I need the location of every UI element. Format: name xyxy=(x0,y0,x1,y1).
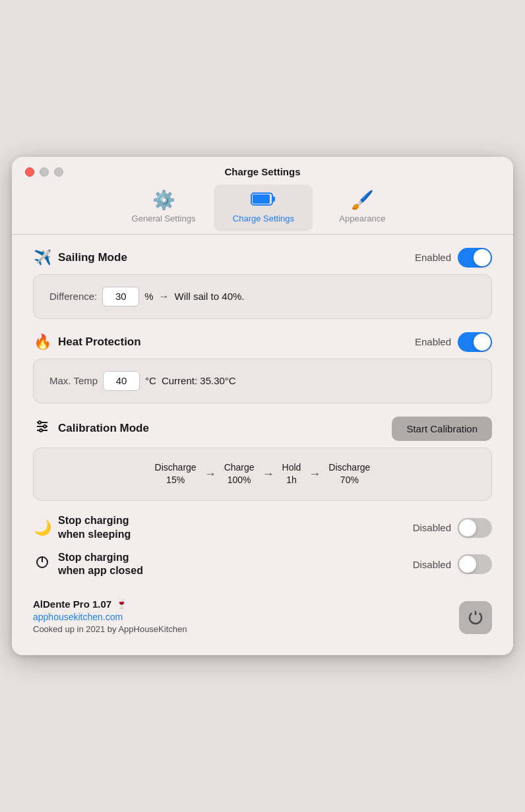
stop-app-closed-title: Stop chargingwhen app closed xyxy=(58,551,143,579)
stop-app-closed-toggle[interactable] xyxy=(458,554,492,574)
stop-sleeping-row: 🌙 Stop chargingwhen sleeping Disabled xyxy=(33,514,492,542)
sailing-mode-row: ✈️ Sailing Mode Enabled xyxy=(33,248,492,268)
svg-rect-1 xyxy=(272,196,275,202)
sailing-mode-status: Enabled xyxy=(415,252,451,263)
battery-icon xyxy=(251,191,276,210)
stop-app-closed-left: Stop chargingwhen app closed xyxy=(33,551,143,579)
start-calibration-button[interactable]: Start Calibration xyxy=(392,417,492,441)
tab-appearance-label: Appearance xyxy=(339,214,385,223)
heat-protection-left: 🔥 Heat Protection xyxy=(33,334,141,351)
svg-point-6 xyxy=(38,421,41,424)
will-sail-text: Will sail to 40%. xyxy=(175,291,245,302)
cal-step-discharge-70-text: Discharge70% xyxy=(328,461,370,487)
flame-icon: 🔥 xyxy=(33,334,51,351)
power-off-icon xyxy=(33,555,51,573)
tab-bar: ⚙️ General Settings Charge Settings 🖌️ A… xyxy=(12,185,513,231)
cal-step-discharge-15: Discharge15% xyxy=(155,461,197,487)
sailing-mode-toggle-knob xyxy=(474,249,491,266)
cal-arrow-3: → xyxy=(309,467,321,481)
stop-app-closed-toggle-knob xyxy=(459,556,476,573)
traffic-lights xyxy=(25,167,63,177)
difference-unit: % xyxy=(144,291,153,302)
close-button[interactable] xyxy=(25,167,34,177)
cal-step-charge-100: Charge100% xyxy=(224,461,255,487)
stop-sleeping-status: Disabled xyxy=(413,522,451,533)
max-temp-input[interactable] xyxy=(103,371,140,391)
tab-general-settings[interactable]: ⚙️ General Settings xyxy=(113,185,214,231)
stop-sleeping-title: Stop chargingwhen sleeping xyxy=(58,514,131,542)
footer-left: AlDente Pro 1.07 🍷 apphousekitchen.com C… xyxy=(33,598,187,634)
cal-step-hold-1h: Hold1h xyxy=(282,461,301,487)
svg-point-7 xyxy=(44,425,46,428)
stop-sleeping-right: Disabled xyxy=(413,518,492,538)
sliders-icon xyxy=(33,419,51,438)
heat-protection-row: 🔥 Heat Protection Enabled xyxy=(33,332,492,352)
maximize-button[interactable] xyxy=(54,167,63,177)
tab-appearance[interactable]: 🖌️ Appearance xyxy=(313,185,412,231)
calibration-mode-title: Calibration Mode xyxy=(58,422,149,435)
stop-app-closed-status: Disabled xyxy=(413,559,451,570)
calibration-mode-row: Calibration Mode Start Calibration xyxy=(33,417,492,441)
cal-step-charge-100-text: Charge100% xyxy=(224,461,255,487)
main-window: Charge Settings ⚙️ General Settings Char… xyxy=(12,157,513,655)
heat-protection-info-box: Max. Temp °C Current: 35.30°C xyxy=(33,359,492,403)
stop-sleeping-left: 🌙 Stop chargingwhen sleeping xyxy=(33,514,131,542)
sailing-icon: ✈️ xyxy=(33,249,51,266)
app-name: AlDente Pro 1.07 🍷 xyxy=(33,598,187,610)
sailing-mode-info-box: Difference: % → Will sail to 40%. xyxy=(33,274,492,319)
heat-protection-toggle[interactable] xyxy=(458,332,492,352)
difference-label: Difference: xyxy=(49,291,97,302)
power-button[interactable] xyxy=(459,601,492,634)
app-name-text: AlDente Pro 1.07 xyxy=(33,598,111,610)
heat-protection-toggle-knob xyxy=(474,334,491,351)
stop-app-closed-row: Stop chargingwhen app closed Disabled xyxy=(33,551,492,579)
power-button-icon xyxy=(468,610,483,625)
brush-icon: 🖌️ xyxy=(351,191,374,210)
svg-rect-2 xyxy=(253,194,270,204)
calibration-mode-right: Start Calibration xyxy=(392,417,492,441)
cal-arrow-2: → xyxy=(262,467,274,481)
temp-unit: °C xyxy=(145,375,156,386)
tab-divider xyxy=(12,234,513,235)
cal-arrow-1: → xyxy=(204,467,216,481)
footer: AlDente Pro 1.07 🍷 apphousekitchen.com C… xyxy=(12,587,513,634)
moon-icon: 🌙 xyxy=(33,519,51,536)
website-link[interactable]: apphousekitchen.com xyxy=(33,612,187,622)
minimize-button[interactable] xyxy=(40,167,49,177)
cal-step-hold-1h-text: Hold1h xyxy=(282,461,301,487)
footer-credit: Cooked up in 2021 by AppHouseKitchen xyxy=(33,624,187,634)
stop-sleeping-toggle[interactable] xyxy=(458,518,492,538)
sailing-mode-right: Enabled xyxy=(415,248,492,268)
sailing-mode-title: Sailing Mode xyxy=(58,251,127,264)
titlebar: Charge Settings xyxy=(12,157,513,185)
cal-step-discharge-70: Discharge70% xyxy=(328,461,370,487)
heat-protection-title: Heat Protection xyxy=(58,335,141,349)
tab-charge-settings[interactable]: Charge Settings xyxy=(214,185,313,231)
tab-general-label: General Settings xyxy=(132,214,196,223)
max-temp-label: Max. Temp xyxy=(49,375,98,386)
current-temp-text: Current: 35.30°C xyxy=(162,375,236,386)
cal-step-discharge-15-text: Discharge15% xyxy=(155,461,197,487)
sailing-arrow: → xyxy=(159,291,170,303)
app-emoji: 🍷 xyxy=(115,598,128,610)
svg-point-8 xyxy=(40,429,42,432)
heat-protection-right: Enabled xyxy=(415,332,492,352)
sailing-mode-toggle[interactable] xyxy=(458,248,492,268)
sailing-mode-left: ✈️ Sailing Mode xyxy=(33,249,127,266)
stop-sleeping-toggle-knob xyxy=(459,519,476,536)
heat-protection-status: Enabled xyxy=(415,336,451,347)
calibration-mode-left: Calibration Mode xyxy=(33,419,149,438)
window-title: Charge Settings xyxy=(224,166,300,177)
calibration-steps-box: Discharge15% → Charge100% → Hold1h → Dis… xyxy=(33,448,492,501)
stop-app-closed-right: Disabled xyxy=(413,554,492,574)
difference-input[interactable] xyxy=(102,287,139,306)
tab-charge-label: Charge Settings xyxy=(233,214,294,223)
content-area: ✈️ Sailing Mode Enabled Difference: % → … xyxy=(12,248,513,578)
gear-icon: ⚙️ xyxy=(152,191,175,210)
